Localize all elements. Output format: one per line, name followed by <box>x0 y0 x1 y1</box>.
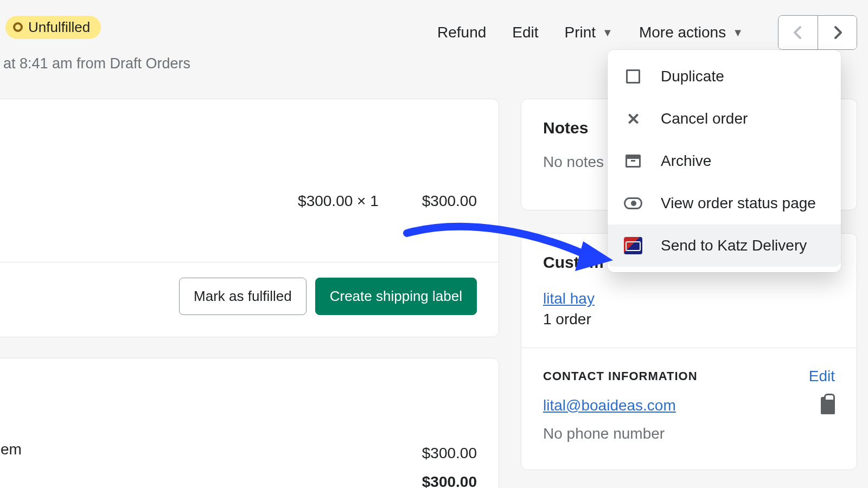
refund-label: Refund <box>437 24 486 41</box>
edit-order-button[interactable]: Edit <box>505 18 546 47</box>
chevron-left-icon <box>793 25 803 40</box>
status-badge-unfulfilled: Unfulfilled <box>5 16 101 39</box>
mark-as-fulfilled-button[interactable]: Mark as fulfilled <box>179 278 307 315</box>
menu-item-archive[interactable]: Archive <box>608 140 841 182</box>
menu-item-label: Send to Katz Delivery <box>661 237 807 254</box>
fulfillment-card: $300.00 × 1 $300.00 Mark as fulfilled Cr… <box>0 99 499 337</box>
summary-row-fragment: em <box>1 441 22 458</box>
clipboard-icon[interactable] <box>821 397 835 414</box>
status-badge-label: Unfulfilled <box>28 19 90 36</box>
mark-as-fulfilled-label: Mark as fulfilled <box>194 288 292 304</box>
customer-name-link[interactable]: lital hay <box>543 290 595 307</box>
next-order-button[interactable] <box>818 16 857 49</box>
close-icon: ✕ <box>624 110 642 128</box>
menu-item-duplicate[interactable]: Duplicate <box>608 55 841 98</box>
card-divider <box>521 348 857 348</box>
more-actions-button[interactable]: More actions ▼ <box>631 18 751 47</box>
line-item-unit-qty: $300.00 × 1 <box>298 192 379 210</box>
eye-icon <box>624 194 642 213</box>
create-shipping-label-button[interactable]: Create shipping label <box>315 278 477 315</box>
archive-icon <box>624 152 642 170</box>
order-pager <box>778 15 857 50</box>
duplicate-icon <box>624 67 642 86</box>
menu-item-send-katz[interactable]: Send to Katz Delivery <box>608 224 841 267</box>
refund-button[interactable]: Refund <box>430 18 494 47</box>
create-shipping-label-label: Create shipping label <box>330 288 462 304</box>
order-subtitle: at 8:41 am from Draft Orders <box>3 55 190 72</box>
menu-item-label: View order status page <box>661 195 816 212</box>
menu-item-label: Cancel order <box>661 110 748 127</box>
caret-down-icon: ▼ <box>602 27 613 39</box>
summary-total: $300.00 <box>422 467 477 488</box>
more-actions-label: More actions <box>639 24 726 41</box>
print-button[interactable]: Print ▼ <box>557 18 621 47</box>
prev-order-button[interactable] <box>778 16 818 49</box>
status-dot-icon <box>13 22 23 32</box>
line-item-total: $300.00 <box>422 192 477 210</box>
menu-item-order-status[interactable]: View order status page <box>608 182 841 224</box>
customer-no-phone: No phone number <box>543 425 835 442</box>
edit-label: Edit <box>512 24 538 41</box>
more-actions-menu: Duplicate ✕ Cancel order Archive View or… <box>608 50 841 272</box>
caret-down-icon: ▼ <box>732 27 743 39</box>
menu-item-cancel-order[interactable]: ✕ Cancel order <box>608 98 841 140</box>
menu-item-label: Archive <box>661 152 711 170</box>
edit-contact-button[interactable]: Edit <box>809 368 835 385</box>
customer-email-link[interactable]: lital@boaideas.com <box>543 397 676 414</box>
summary-subtotal: $300.00 <box>422 439 477 467</box>
customer-order-count: 1 order <box>543 311 835 328</box>
katz-delivery-icon <box>624 236 642 255</box>
payment-summary-card: em $300.00 $300.00 <box>0 358 499 488</box>
chevron-right-icon <box>832 25 843 40</box>
print-label: Print <box>565 24 596 41</box>
contact-info-label: CONTACT INFORMATION <box>543 369 698 383</box>
card-divider <box>0 262 499 262</box>
menu-item-label: Duplicate <box>661 68 724 85</box>
